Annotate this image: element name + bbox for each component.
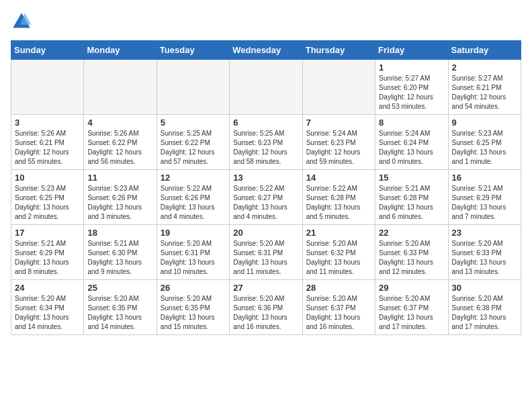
calendar-cell: 18Sunrise: 5:21 AM Sunset: 6:30 PM Dayli…: [84, 225, 157, 280]
day-number: 11: [87, 173, 152, 183]
day-info: Sunrise: 5:23 AM Sunset: 6:26 PM Dayligh…: [87, 184, 152, 222]
calendar-cell: 15Sunrise: 5:21 AM Sunset: 6:28 PM Dayli…: [375, 170, 448, 225]
calendar-header-wednesday: Wednesday: [230, 41, 302, 60]
day-number: 6: [233, 118, 298, 128]
calendar-cell: 28Sunrise: 5:20 AM Sunset: 6:37 PM Dayli…: [302, 280, 375, 335]
calendar-cell: 12Sunrise: 5:22 AM Sunset: 6:26 PM Dayli…: [157, 170, 229, 225]
calendar-header-friday: Friday: [375, 41, 448, 60]
calendar-header-row: SundayMondayTuesdayWednesdayThursdayFrid…: [11, 41, 521, 60]
day-info: Sunrise: 5:20 AM Sunset: 6:33 PM Dayligh…: [452, 239, 517, 277]
calendar-cell: [230, 60, 302, 115]
calendar-cell: 8Sunrise: 5:24 AM Sunset: 6:24 PM Daylig…: [375, 115, 448, 170]
day-info: Sunrise: 5:20 AM Sunset: 6:31 PM Dayligh…: [161, 239, 226, 277]
calendar-cell: 2Sunrise: 5:27 AM Sunset: 6:21 PM Daylig…: [448, 60, 521, 115]
calendar-cell: 23Sunrise: 5:20 AM Sunset: 6:33 PM Dayli…: [448, 225, 521, 280]
day-info: Sunrise: 5:21 AM Sunset: 6:29 PM Dayligh…: [452, 184, 517, 222]
day-number: 7: [306, 118, 371, 128]
day-number: 20: [233, 228, 298, 238]
day-number: 18: [87, 228, 152, 238]
day-number: 27: [233, 283, 298, 293]
calendar-cell: 1Sunrise: 5:27 AM Sunset: 6:20 PM Daylig…: [375, 60, 448, 115]
calendar-week-2: 10Sunrise: 5:23 AM Sunset: 6:25 PM Dayli…: [11, 170, 521, 225]
calendar-header-sunday: Sunday: [11, 41, 84, 60]
calendar-header-tuesday: Tuesday: [157, 41, 229, 60]
day-info: Sunrise: 5:26 AM Sunset: 6:22 PM Dayligh…: [87, 129, 152, 167]
day-number: 26: [161, 283, 226, 293]
day-number: 15: [379, 173, 444, 183]
day-info: Sunrise: 5:24 AM Sunset: 6:24 PM Dayligh…: [379, 129, 444, 167]
day-number: 13: [233, 173, 298, 183]
calendar-cell: 21Sunrise: 5:20 AM Sunset: 6:32 PM Dayli…: [302, 225, 375, 280]
calendar-cell: [11, 60, 84, 115]
day-number: 2: [452, 62, 517, 73]
day-number: 9: [452, 118, 517, 128]
day-info: Sunrise: 5:20 AM Sunset: 6:37 PM Dayligh…: [379, 294, 444, 332]
day-number: 24: [15, 283, 80, 293]
calendar-week-3: 17Sunrise: 5:21 AM Sunset: 6:29 PM Dayli…: [11, 225, 521, 280]
calendar-table: SundayMondayTuesdayWednesdayThursdayFrid…: [11, 40, 521, 335]
calendar-cell: 4Sunrise: 5:26 AM Sunset: 6:22 PM Daylig…: [84, 115, 157, 170]
day-info: Sunrise: 5:24 AM Sunset: 6:23 PM Dayligh…: [306, 129, 371, 167]
calendar-cell: 11Sunrise: 5:23 AM Sunset: 6:26 PM Dayli…: [84, 170, 157, 225]
day-number: 14: [306, 173, 371, 183]
day-info: Sunrise: 5:22 AM Sunset: 6:27 PM Dayligh…: [233, 184, 298, 222]
calendar-header-monday: Monday: [84, 41, 157, 60]
day-number: 12: [161, 173, 226, 183]
calendar-cell: 30Sunrise: 5:20 AM Sunset: 6:38 PM Dayli…: [448, 280, 521, 335]
day-info: Sunrise: 5:20 AM Sunset: 6:35 PM Dayligh…: [161, 294, 226, 332]
calendar-cell: 17Sunrise: 5:21 AM Sunset: 6:29 PM Dayli…: [11, 225, 84, 280]
day-info: Sunrise: 5:23 AM Sunset: 6:25 PM Dayligh…: [15, 184, 80, 222]
calendar-week-4: 24Sunrise: 5:20 AM Sunset: 6:34 PM Dayli…: [11, 280, 521, 335]
day-info: Sunrise: 5:20 AM Sunset: 6:35 PM Dayligh…: [87, 294, 152, 332]
day-info: Sunrise: 5:27 AM Sunset: 6:21 PM Dayligh…: [452, 74, 517, 111]
day-number: 17: [15, 228, 80, 238]
day-number: 3: [15, 118, 80, 128]
day-info: Sunrise: 5:20 AM Sunset: 6:32 PM Dayligh…: [306, 239, 371, 277]
calendar-cell: [84, 60, 157, 115]
day-info: Sunrise: 5:21 AM Sunset: 6:29 PM Dayligh…: [15, 239, 80, 277]
day-info: Sunrise: 5:21 AM Sunset: 6:30 PM Dayligh…: [87, 239, 152, 277]
day-info: Sunrise: 5:22 AM Sunset: 6:28 PM Dayligh…: [306, 184, 371, 222]
calendar-week-0: 1Sunrise: 5:27 AM Sunset: 6:20 PM Daylig…: [11, 60, 521, 115]
day-info: Sunrise: 5:27 AM Sunset: 6:20 PM Dayligh…: [379, 74, 444, 111]
calendar-cell: 29Sunrise: 5:20 AM Sunset: 6:37 PM Dayli…: [375, 280, 448, 335]
day-info: Sunrise: 5:26 AM Sunset: 6:21 PM Dayligh…: [15, 129, 80, 167]
logo-icon: [11, 11, 32, 32]
day-number: 30: [452, 283, 517, 293]
calendar-cell: [157, 60, 229, 115]
day-info: Sunrise: 5:20 AM Sunset: 6:33 PM Dayligh…: [379, 239, 444, 277]
day-number: 16: [452, 173, 517, 183]
calendar-cell: 22Sunrise: 5:20 AM Sunset: 6:33 PM Dayli…: [375, 225, 448, 280]
day-number: 10: [15, 173, 80, 183]
calendar-cell: 3Sunrise: 5:26 AM Sunset: 6:21 PM Daylig…: [11, 115, 84, 170]
calendar-cell: 9Sunrise: 5:23 AM Sunset: 6:25 PM Daylig…: [448, 115, 521, 170]
day-info: Sunrise: 5:20 AM Sunset: 6:31 PM Dayligh…: [233, 239, 298, 277]
day-number: 23: [452, 228, 517, 238]
day-info: Sunrise: 5:20 AM Sunset: 6:36 PM Dayligh…: [233, 294, 298, 332]
day-number: 1: [379, 62, 444, 73]
day-info: Sunrise: 5:25 AM Sunset: 6:23 PM Dayligh…: [233, 129, 298, 167]
calendar-cell: 7Sunrise: 5:24 AM Sunset: 6:23 PM Daylig…: [302, 115, 375, 170]
calendar-cell: 5Sunrise: 5:25 AM Sunset: 6:22 PM Daylig…: [157, 115, 229, 170]
day-info: Sunrise: 5:20 AM Sunset: 6:34 PM Dayligh…: [15, 294, 80, 332]
day-number: 4: [87, 118, 152, 128]
day-info: Sunrise: 5:22 AM Sunset: 6:26 PM Dayligh…: [161, 184, 226, 222]
calendar-cell: 24Sunrise: 5:20 AM Sunset: 6:34 PM Dayli…: [11, 280, 84, 335]
day-number: 19: [161, 228, 226, 238]
day-info: Sunrise: 5:25 AM Sunset: 6:22 PM Dayligh…: [161, 129, 226, 167]
calendar-cell: 6Sunrise: 5:25 AM Sunset: 6:23 PM Daylig…: [230, 115, 302, 170]
day-number: 22: [379, 228, 444, 238]
calendar-week-1: 3Sunrise: 5:26 AM Sunset: 6:21 PM Daylig…: [11, 115, 521, 170]
day-number: 21: [306, 228, 371, 238]
calendar-cell: 13Sunrise: 5:22 AM Sunset: 6:27 PM Dayli…: [230, 170, 302, 225]
day-number: 28: [306, 283, 371, 293]
calendar-cell: 16Sunrise: 5:21 AM Sunset: 6:29 PM Dayli…: [448, 170, 521, 225]
calendar-cell: 25Sunrise: 5:20 AM Sunset: 6:35 PM Dayli…: [84, 280, 157, 335]
logo: [11, 11, 35, 32]
calendar-cell: 10Sunrise: 5:23 AM Sunset: 6:25 PM Dayli…: [11, 170, 84, 225]
calendar-cell: 26Sunrise: 5:20 AM Sunset: 6:35 PM Dayli…: [157, 280, 229, 335]
calendar-cell: 14Sunrise: 5:22 AM Sunset: 6:28 PM Dayli…: [302, 170, 375, 225]
calendar-header-saturday: Saturday: [448, 41, 521, 60]
day-info: Sunrise: 5:23 AM Sunset: 6:25 PM Dayligh…: [452, 129, 517, 167]
day-info: Sunrise: 5:21 AM Sunset: 6:28 PM Dayligh…: [379, 184, 444, 222]
